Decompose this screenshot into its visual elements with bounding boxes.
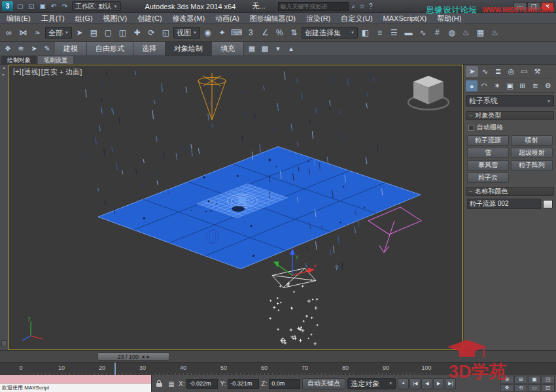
object-type-button-6[interactable]: 粒子阵列: [511, 160, 553, 171]
keyboard-shortcut-override-icon[interactable]: ⌨: [230, 26, 243, 40]
render-setup-icon[interactable]: ♨: [459, 26, 473, 40]
object-type-button-1[interactable]: 粒子流源: [467, 135, 509, 146]
application-menu-logo[interactable]: 3: [2, 1, 13, 11]
object-paint-icon[interactable]: ✎: [41, 43, 53, 55]
perspective-viewport[interactable]: y x y [+] [透视] [真实 +: [9, 65, 463, 350]
bind-to-spacewarp-icon[interactable]: ≈: [31, 26, 44, 40]
select-by-name-icon[interactable]: ▤: [87, 26, 101, 40]
layer-manager-icon[interactable]: ☰: [387, 26, 401, 40]
motion-tab-icon[interactable]: ◎: [505, 66, 517, 77]
strip-box-icon[interactable]: [1, 340, 7, 346]
shapes-category-icon[interactable]: ◠: [478, 80, 490, 91]
menu-item-2[interactable]: 工具(T): [36, 13, 70, 24]
object-color-swatch[interactable]: [543, 200, 553, 208]
selection-lock-toggle[interactable]: [154, 378, 164, 389]
select-and-link-icon[interactable]: ∞: [2, 26, 16, 40]
systems-category-icon[interactable]: ⚙: [542, 80, 554, 91]
select-and-scale-icon[interactable]: ◱: [159, 26, 173, 40]
close-button[interactable]: ✕: [541, 2, 554, 11]
save-icon[interactable]: ▣: [37, 1, 48, 11]
menu-item-3[interactable]: 组(G): [70, 13, 98, 24]
spinner-snap-icon[interactable]: ⇅: [287, 26, 301, 40]
zoom-region-icon[interactable]: ▭: [528, 384, 541, 392]
object-type-button-7[interactable]: 粒子云: [467, 172, 509, 183]
viewport-layout-strip[interactable]: ◂ ▸: [0, 65, 9, 350]
open-file-icon[interactable]: ◱: [26, 1, 37, 11]
menu-item-8[interactable]: 图形编辑器(D): [245, 13, 301, 24]
time-slider[interactable]: 23 / 100 ◀ ▶: [0, 350, 556, 362]
selection-set-dropdown[interactable]: 选定对象 ▼: [347, 378, 396, 389]
ribbon-panel-icon-1[interactable]: ▦: [246, 43, 258, 55]
spacewarps-category-icon[interactable]: ≋: [529, 80, 541, 91]
menu-item-10[interactable]: 自定义(U): [336, 13, 377, 24]
menu-item-12[interactable]: 帮助(H): [432, 13, 466, 24]
menu-item-1[interactable]: 编辑(E): [1, 13, 36, 24]
named-selection-set-field[interactable]: 创建选择集▼: [302, 27, 358, 39]
utilities-tab-icon[interactable]: ⚒: [531, 66, 544, 77]
use-pivot-point-icon[interactable]: ◉: [201, 26, 215, 40]
viewport-shading-menu[interactable]: [真实 + 边面]: [41, 67, 82, 77]
subcategory-dropdown[interactable]: 粒子系统 ▼: [466, 95, 554, 106]
ribbon-config-icon[interactable]: ▾: [272, 43, 284, 55]
listener-script-row[interactable]: 欢迎使用 MAXScript: [0, 384, 151, 392]
snap-toggle-3d-icon[interactable]: 3: [244, 26, 258, 40]
graphite-ribbon-toggle-icon[interactable]: ▬: [402, 26, 415, 40]
favorites-icon[interactable]: ☆: [358, 3, 366, 10]
redo-icon[interactable]: ↷: [60, 1, 70, 11]
previous-frame-arrow-icon[interactable]: ◀: [141, 354, 145, 359]
object-type-button-3[interactable]: 雪: [467, 148, 509, 158]
name-color-rollout-header[interactable]: − 名称和颜色: [466, 187, 554, 196]
freeform-tools-icon[interactable]: ≋: [15, 43, 27, 55]
play-animation-button[interactable]: ▶: [433, 378, 444, 389]
menu-item-7[interactable]: 动画(A): [210, 13, 245, 24]
previous-frame-button[interactable]: ◀: [421, 378, 432, 389]
ribbon-tab-4[interactable]: 对象绘制: [165, 42, 212, 56]
key-mode-toggle-button[interactable]: ✦: [398, 378, 409, 389]
angle-snap-icon[interactable]: ∠: [258, 26, 272, 40]
material-editor-icon[interactable]: ◍: [445, 26, 459, 40]
object-type-button-2[interactable]: 喷射: [511, 135, 553, 146]
auto-key-button[interactable]: 自动关键点: [302, 378, 345, 389]
go-to-start-button[interactable]: |◀: [409, 378, 421, 389]
search-box[interactable]: [278, 2, 349, 11]
rectangular-selection-region-icon[interactable]: ▢: [101, 26, 115, 40]
align-icon[interactable]: ≡: [373, 26, 387, 40]
selection-tools-icon[interactable]: ➤: [28, 43, 40, 55]
time-slider-handle[interactable]: 23 / 100 ◀ ▶: [97, 352, 169, 361]
search-input[interactable]: [281, 3, 346, 10]
object-name-field[interactable]: [467, 199, 541, 209]
menu-item-11[interactable]: MAXScript(X): [378, 13, 432, 24]
mirror-icon[interactable]: ◧: [358, 26, 372, 40]
ribbon-subtab-2[interactable]: 笔刷设置: [38, 56, 73, 64]
water-plane-object[interactable]: [98, 146, 421, 269]
maximize-viewport-toggle-icon[interactable]: ◱: [542, 384, 555, 392]
lights-category-icon[interactable]: ✶: [491, 80, 503, 91]
menu-item-4[interactable]: 视图(V): [98, 13, 133, 24]
maxscript-mini-listener[interactable]: 欢迎使用 MAXScript: [0, 375, 152, 392]
select-object-icon[interactable]: ➤: [73, 26, 86, 40]
ribbon-tab-1[interactable]: 建模: [55, 42, 87, 56]
create-tab-icon[interactable]: ➤: [466, 66, 478, 77]
cameras-category-icon[interactable]: ▣: [504, 80, 515, 91]
strip-left-arrow-icon[interactable]: ◂: [0, 65, 7, 71]
go-to-end-button[interactable]: ▶|: [445, 378, 456, 389]
z-coordinate-field[interactable]: [269, 379, 300, 389]
object-type-rollout-header[interactable]: − 对象类型: [466, 111, 554, 120]
zoom-icon[interactable]: ⊕: [500, 376, 513, 384]
helpers-category-icon[interactable]: ⊞: [517, 80, 529, 91]
listener-macro-row[interactable]: [0, 375, 151, 384]
percent-snap-icon[interactable]: %: [273, 26, 287, 40]
viewport-pov-menu[interactable]: [透视]: [22, 67, 41, 77]
next-frame-arrow-icon[interactable]: ▶: [147, 354, 150, 359]
zoom-all-icon[interactable]: ⊞: [514, 376, 527, 384]
rendered-frame-window-icon[interactable]: ▦: [474, 26, 487, 40]
select-and-manipulate-icon[interactable]: ✦: [215, 26, 229, 40]
ribbon-minimize-icon[interactable]: ▴: [285, 43, 297, 55]
menu-item-5[interactable]: 创建(C): [132, 13, 167, 24]
x-coordinate-field[interactable]: [186, 379, 218, 389]
y-coordinate-field[interactable]: [228, 379, 259, 389]
hierarchy-tab-icon[interactable]: ≣: [492, 66, 504, 77]
object-type-button-5[interactable]: 暴风雪: [467, 160, 509, 171]
maximize-button[interactable]: ❐: [527, 2, 540, 11]
workspace-dropdown[interactable]: 工作区: 默认 ▼: [72, 1, 121, 11]
